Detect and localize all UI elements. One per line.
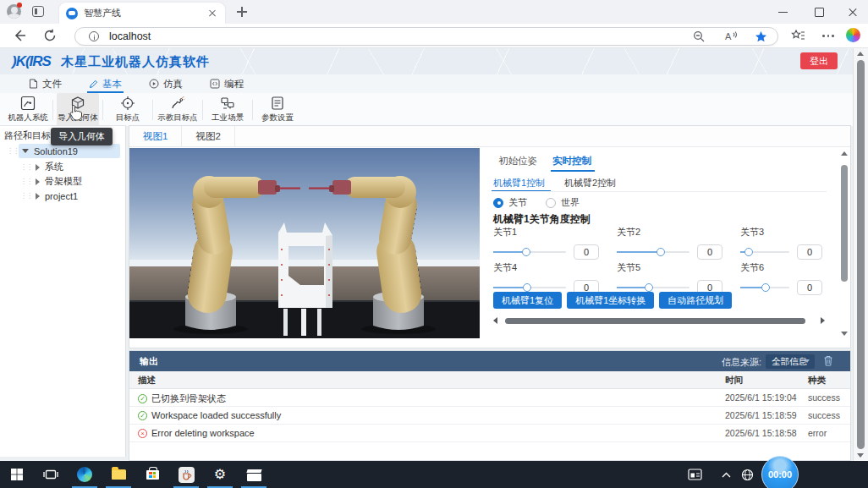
read-aloud-icon[interactable]: A	[724, 30, 738, 42]
clear-output-icon[interactable]	[823, 355, 833, 366]
page-scrollbar[interactable]	[853, 48, 868, 461]
arm1-coordinate-transform-button[interactable]: 机械臂1坐标转换	[567, 292, 654, 309]
taskbar-store-button[interactable]	[135, 461, 169, 488]
widgets-tray-icon[interactable]	[684, 461, 706, 488]
caret-down-icon[interactable]	[22, 149, 29, 153]
menu-item-programming[interactable]: 编程	[205, 74, 249, 93]
logout-button[interactable]: 登出	[800, 52, 838, 69]
control-horizontal-scrollbar[interactable]	[492, 316, 827, 325]
site-info-icon[interactable]	[89, 31, 99, 41]
joint-6-slider[interactable]	[740, 283, 789, 292]
output-row[interactable]: ✓Workspace loaded successfully 2025/6/1 …	[129, 407, 850, 425]
parameter-settings-icon	[270, 96, 285, 111]
browser-menu-icon[interactable]	[822, 35, 834, 37]
teach-target-icon	[170, 96, 185, 111]
caret-right-icon[interactable]	[36, 164, 40, 171]
menu-item-simulation[interactable]: 仿真	[144, 74, 188, 93]
copilot-icon[interactable]	[846, 28, 860, 42]
control-vertical-scrollbar[interactable]	[838, 150, 850, 337]
start-button[interactable]	[0, 461, 34, 488]
radio-world[interactable]	[546, 198, 556, 208]
drag-handle-icon: ⋮⋮	[20, 192, 32, 200]
scroll-left-icon[interactable]	[493, 317, 497, 324]
taskbar-explorer-button[interactable]	[102, 461, 135, 488]
tool-parameter-settings[interactable]: 参数设置	[256, 93, 299, 126]
status-icon: ✓	[138, 394, 147, 403]
vertical-scroll-thumb[interactable]	[841, 165, 848, 282]
horizontal-scroll-thumb[interactable]	[505, 318, 805, 324]
joint-6-value-input[interactable]: 0	[797, 280, 822, 295]
joint-5-slider[interactable]	[617, 283, 689, 292]
new-tab-button[interactable]	[237, 7, 247, 17]
zoom-out-icon[interactable]	[693, 30, 706, 43]
tab-realtime-control[interactable]: 实时控制	[552, 155, 591, 167]
window-restore-button[interactable]	[802, 0, 836, 24]
window-close-button[interactable]	[836, 0, 868, 24]
joint-4-slider[interactable]	[493, 283, 566, 292]
subtab-arm2-control[interactable]: 机械臂2控制	[564, 177, 616, 189]
tree-node-system[interactable]: ⋮⋮ 系统	[20, 160, 63, 174]
tree-node-project1[interactable]: ⋮⋮ project1	[20, 189, 78, 203]
output-column-headers: 描述 时间 种类	[129, 371, 850, 389]
favorite-star-icon[interactable]	[755, 30, 767, 43]
tab-view1[interactable]: 视图1	[129, 126, 182, 146]
joint-3-slider[interactable]	[740, 248, 789, 256]
tool-target-point[interactable]: 目标点	[107, 93, 149, 126]
recording-timer-bubble[interactable]: 00:00	[761, 456, 799, 488]
hand-cursor-icon	[68, 104, 85, 123]
industrial-scene-icon	[220, 96, 235, 111]
menu-item-basic[interactable]: 基本	[84, 74, 127, 93]
toolbar-divider	[102, 100, 103, 120]
subtab-arm1-control[interactable]: 机械臂1控制	[493, 177, 545, 189]
address-bar[interactable]: localhost A	[74, 27, 778, 46]
url-text[interactable]: localhost	[109, 30, 693, 42]
joint-2-slider[interactable]	[617, 248, 689, 256]
menu-item-file[interactable]: 文件	[24, 74, 67, 93]
task-view-button[interactable]	[34, 461, 68, 488]
tree-node-solution[interactable]: ⋮⋮ Solution19	[7, 144, 78, 158]
scroll-up-icon[interactable]	[841, 151, 848, 156]
refresh-icon[interactable]	[42, 28, 58, 43]
scroll-up-icon[interactable]	[857, 52, 864, 56]
taskbar-edge-button[interactable]	[68, 461, 102, 488]
3d-viewport[interactable]	[129, 148, 480, 338]
tree-node-skeleton-model[interactable]: ⋮⋮ 骨架模型	[20, 174, 82, 189]
caret-right-icon[interactable]	[36, 178, 40, 185]
tool-teach-target-point[interactable]: 示教目标点	[157, 93, 199, 126]
tool-robot-system[interactable]: 机器人系统	[7, 93, 49, 126]
network-globe-icon[interactable]	[736, 461, 758, 488]
caret-right-icon[interactable]	[36, 193, 40, 200]
output-row[interactable]: ×Error deleting workspace 2025/6/1 15:18…	[129, 425, 850, 442]
clapperboard-icon	[247, 474, 261, 481]
scroll-down-icon[interactable]	[857, 453, 864, 458]
joint-3-value-input[interactable]: 0	[797, 244, 822, 260]
taskbar-settings-button[interactable]: ⚙	[203, 461, 237, 488]
show-hidden-icons-chevron[interactable]	[715, 461, 737, 488]
back-icon[interactable]	[12, 28, 27, 43]
tooltip: 导入几何体	[51, 128, 113, 145]
joint-1-slider[interactable]	[493, 248, 566, 256]
ribbon-toolbar: 机器人系统 导入几何体 目标点 示教目标点 工业场景 参数设置	[0, 93, 853, 126]
joint-1-value-input[interactable]: 0	[574, 244, 599, 260]
tab-close-icon[interactable]	[206, 8, 218, 19]
arm1-reset-button[interactable]: 机械臂1复位	[493, 292, 562, 309]
window-minimize-button[interactable]	[766, 0, 800, 24]
auto-path-planning-button[interactable]: 自动路径规划	[659, 292, 732, 309]
drag-handle-icon: ⋮⋮	[20, 178, 32, 185]
tool-industrial-scene[interactable]: 工业场景	[206, 93, 249, 126]
joint-2-value-input[interactable]: 0	[697, 244, 722, 260]
collections-icon[interactable]	[790, 28, 805, 43]
taskbar-java-app-button[interactable]	[169, 461, 203, 488]
tab-actions-icon[interactable]	[32, 6, 44, 17]
output-row[interactable]: ✓已切换到骨架状态 2025/6/1 15:19:04 success	[129, 389, 850, 407]
scroll-down-icon[interactable]	[841, 332, 848, 336]
tab-initial-pose[interactable]: 初始位姿	[498, 155, 537, 167]
scroll-right-icon[interactable]	[821, 317, 825, 324]
chevron-down-icon	[805, 359, 810, 363]
code-icon	[210, 79, 220, 89]
radio-joint[interactable]	[493, 198, 503, 208]
tab-view2[interactable]: 视图2	[182, 126, 234, 146]
taskbar-media-app-button[interactable]	[237, 461, 271, 488]
page-scroll-thumb[interactable]	[857, 60, 865, 449]
browser-tab[interactable]: 智慧产线	[59, 3, 225, 24]
